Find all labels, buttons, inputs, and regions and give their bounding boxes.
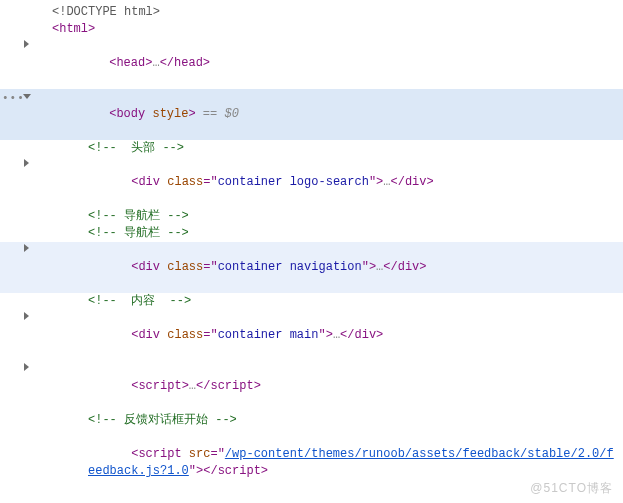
comment-nav-2[interactable]: <!-- 导航栏 --> (0, 225, 623, 242)
script-plain[interactable]: <script>…</script> (0, 361, 623, 412)
html-open: <html> (52, 22, 95, 36)
expand-arrow-icon[interactable] (24, 40, 29, 48)
div-main[interactable]: <div class="container main">…</div> (0, 310, 623, 361)
head-line[interactable]: <head>…</head> (0, 38, 623, 89)
expand-arrow-icon[interactable] (24, 363, 29, 371)
comment-content[interactable]: <!-- 内容 --> (0, 293, 623, 310)
comment-text: <!-- 头部 --> (88, 141, 184, 155)
head-open: <head> (109, 56, 152, 70)
ellipsis: … (152, 56, 159, 70)
comment-text: <!-- 导航栏 --> (88, 209, 189, 223)
doctype-text: <!DOCTYPE html> (52, 5, 160, 19)
comment-text: <!-- 反馈对话框开始 --> (88, 413, 237, 427)
expand-arrow-icon[interactable] (24, 312, 29, 320)
class-value: container navigation (218, 260, 362, 274)
class-value: container main (218, 328, 319, 342)
comment-text: <!-- 内容 --> (88, 294, 191, 308)
body-line-selected[interactable]: ••• <body style> == $0 (0, 89, 623, 140)
comment-nav-1[interactable]: <!-- 导航栏 --> (0, 208, 623, 225)
link-feedback-css[interactable]: <link rel="stylesheet" href="/wp-content… (0, 497, 623, 503)
comment-feedback-start[interactable]: <!-- 反馈对话框开始 --> (0, 412, 623, 429)
class-value: container logo-search (218, 175, 369, 189)
body-open: <body (109, 107, 152, 121)
body-style-attr: style (152, 107, 188, 121)
devtools-elements-tree[interactable]: <!DOCTYPE html> <html> <head>…</head> ••… (0, 0, 623, 503)
dollar-zero: $0 (224, 107, 238, 121)
head-close: </head> (160, 56, 210, 70)
eq-text: == (196, 107, 225, 121)
div-logo-search[interactable]: <div class="container logo-search">…</di… (0, 157, 623, 208)
expand-arrow-icon[interactable] (24, 159, 29, 167)
doctype-line[interactable]: <!DOCTYPE html> (0, 4, 623, 21)
more-dots-icon[interactable]: ••• (2, 90, 25, 107)
collapse-arrow-icon[interactable] (23, 94, 31, 99)
comment-header[interactable]: <!-- 头部 --> (0, 140, 623, 157)
expand-arrow-icon[interactable] (24, 244, 29, 252)
html-open-line[interactable]: <html> (0, 21, 623, 38)
comment-text: <!-- 导航栏 --> (88, 226, 189, 240)
body-close-angle: > (188, 107, 195, 121)
div-navigation[interactable]: <div class="container navigation">…</div… (0, 242, 623, 293)
watermark: @51CTO博客 (530, 480, 613, 497)
